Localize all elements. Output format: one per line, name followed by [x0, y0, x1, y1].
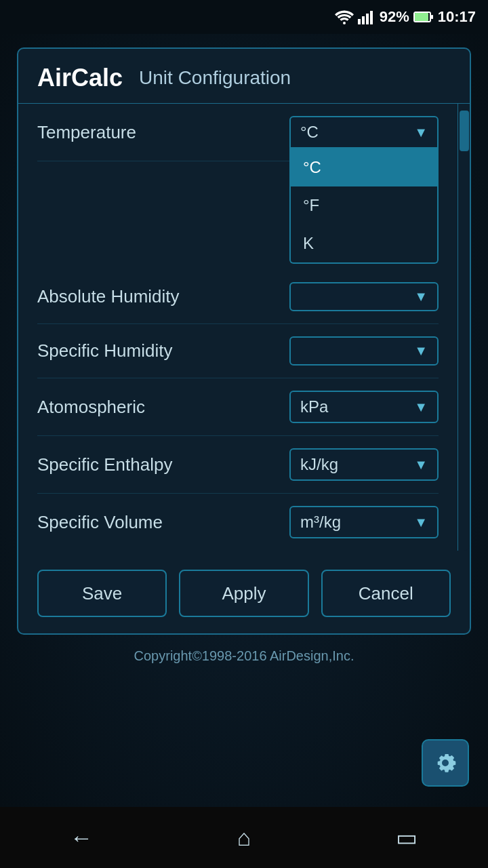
battery-text: 92% — [380, 8, 409, 26]
specific-enthalpy-dropdown[interactable]: kJ/kg ▼ — [289, 448, 439, 481]
svg-rect-4 — [370, 11, 373, 24]
temperature-value: °C — [300, 123, 319, 142]
dialog-inner: Temperature °C ▼ °C °F K — [18, 104, 470, 551]
atomospheric-arrow-icon: ▼ — [414, 399, 428, 415]
specific-volume-arrow-icon: ▼ — [414, 515, 428, 530]
absolute-humidity-arrow-icon: ▼ — [414, 289, 428, 304]
save-button[interactable]: Save — [37, 570, 167, 617]
dialog-content: Temperature °C ▼ °C °F K — [18, 104, 458, 551]
cancel-button[interactable]: Cancel — [321, 570, 451, 617]
specific-humidity-arrow-icon: ▼ — [414, 343, 428, 359]
battery-icon — [413, 11, 434, 23]
svg-point-0 — [343, 22, 346, 24]
svg-rect-2 — [362, 16, 365, 24]
absolute-humidity-label: Absolute Humidity — [37, 286, 180, 307]
temp-option-kelvin[interactable]: K — [291, 224, 437, 262]
atomospheric-label: Atomospheric — [37, 397, 145, 418]
title-row: AirCalc Unit Configuration — [18, 49, 470, 104]
atomospheric-value: kPa — [300, 397, 328, 416]
status-bar: 92% 10:17 — [0, 0, 488, 34]
specific-humidity-label: Specific Humidity — [37, 340, 172, 361]
specific-enthalpy-label: Specific Enthalpy — [37, 454, 172, 475]
temperature-dropdown-menu: °C °F K — [289, 149, 439, 264]
svg-rect-6 — [415, 13, 428, 21]
page-title: Unit Configuration — [139, 67, 291, 89]
form-row-atomospheric: Atomospheric kPa ▼ — [37, 378, 439, 436]
home-icon: ⌂ — [237, 825, 251, 851]
specific-enthalpy-arrow-icon: ▼ — [414, 457, 428, 473]
gear-icon — [432, 749, 459, 776]
form-row-absolute-humidity: Absolute Humidity ▼ — [37, 270, 439, 324]
form-row-specific-humidity: Specific Humidity ▼ — [37, 324, 439, 378]
atomospheric-dropdown[interactable]: kPa ▼ — [289, 391, 439, 423]
nav-recents-button[interactable]: ▭ — [380, 817, 434, 858]
specific-humidity-dropdown[interactable]: ▼ — [289, 336, 439, 366]
back-icon: ← — [70, 825, 93, 851]
gear-button[interactable] — [422, 739, 469, 787]
specific-volume-label: Specific Volume — [37, 512, 163, 533]
recents-icon: ▭ — [396, 824, 418, 851]
dialog-card: AirCalc Unit Configuration Temperature °… — [17, 47, 471, 635]
specific-volume-value: m³/kg — [300, 513, 341, 532]
absolute-humidity-dropdown[interactable]: ▼ — [289, 282, 439, 311]
svg-rect-1 — [358, 19, 361, 24]
svg-rect-3 — [366, 14, 369, 24]
status-icons: 92% 10:17 — [335, 8, 476, 26]
svg-rect-7 — [431, 15, 433, 19]
copyright-text: Copyright©1998-2016 AirDesign,Inc. — [134, 648, 354, 664]
temp-option-celsius[interactable]: °C — [291, 149, 437, 186]
apply-button[interactable]: Apply — [179, 570, 308, 617]
temperature-dropdown-container: °C ▼ °C °F K — [289, 116, 439, 149]
temperature-arrow-icon: ▼ — [414, 125, 428, 140]
scrollbar-track — [458, 104, 470, 551]
nav-home-button[interactable]: ⌂ — [217, 817, 271, 858]
specific-enthalpy-value: kJ/kg — [300, 455, 338, 474]
form-row-specific-volume: Specific Volume m³/kg ▼ — [37, 494, 439, 551]
temperature-dropdown-header[interactable]: °C ▼ — [289, 116, 439, 149]
signal-icon — [358, 9, 375, 24]
form-row-temperature: Temperature °C ▼ °C °F K — [37, 104, 439, 161]
specific-volume-dropdown[interactable]: m³/kg ▼ — [289, 506, 439, 538]
scrollbar-thumb[interactable] — [460, 111, 469, 151]
buttons-row: Save Apply Cancel — [18, 551, 470, 617]
form-row-specific-enthalpy: Specific Enthalpy kJ/kg ▼ — [37, 436, 439, 494]
nav-bar: ← ⌂ ▭ — [0, 807, 488, 868]
main-background: AirCalc Unit Configuration Temperature °… — [0, 34, 488, 807]
wifi-icon — [335, 9, 354, 24]
app-title: AirCalc — [37, 64, 123, 92]
temp-option-fahrenheit[interactable]: °F — [291, 186, 437, 224]
time-text: 10:17 — [438, 8, 476, 26]
temperature-label: Temperature — [37, 122, 136, 143]
nav-back-button[interactable]: ← — [54, 817, 108, 858]
